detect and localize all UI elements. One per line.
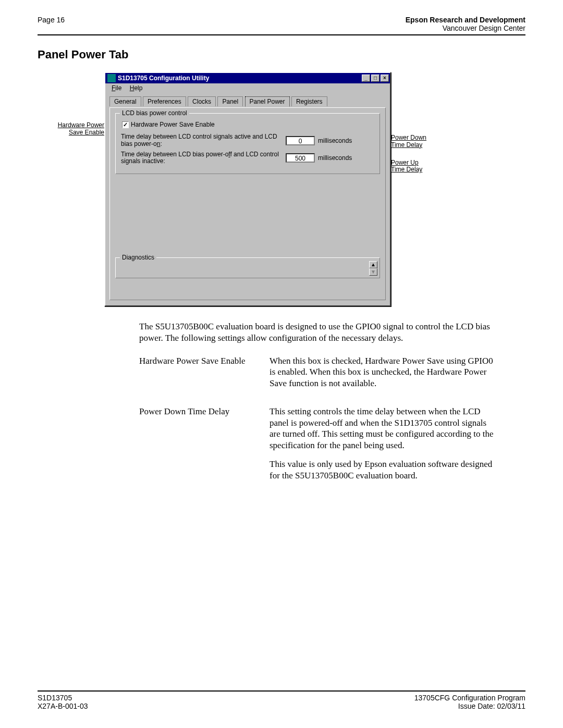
def-term: Hardware Power Save Enable <box>139 355 270 397</box>
diag-scroll-up[interactable]: ▲ <box>369 261 377 268</box>
section-title: Panel Power Tab <box>38 48 525 61</box>
callout-power-up: Power Up Time Delay <box>391 159 448 174</box>
app-icon <box>107 74 116 82</box>
diagnostics-title: Diagnostics <box>120 254 156 261</box>
tab-panel-power[interactable]: Panel Power <box>245 96 290 107</box>
hw-power-save-checkbox[interactable]: ✓ <box>122 121 129 128</box>
def-desc: This setting controls the time delay bet… <box>270 406 494 489</box>
delay-off-unit: milliseconds <box>318 154 352 162</box>
delay-off-input[interactable]: 500 <box>286 153 315 163</box>
def-row: Hardware Power Save Enable When this box… <box>139 355 494 397</box>
delay-on-unit: milliseconds <box>318 137 352 144</box>
org-sub: Vancouver Design Center <box>406 24 525 32</box>
maximize-button[interactable]: □ <box>371 75 380 82</box>
page-footer: S1D13705 X27A-B-001-03 13705CFG Configur… <box>38 690 525 710</box>
page-header: Page 16 Epson Research and Development V… <box>38 16 525 35</box>
delay-off-label: Time delay between LCD bias power-off an… <box>121 151 283 166</box>
body-copy: The S5U13705B00C evaluation board is des… <box>139 321 494 488</box>
def-row: Power Down Time Delay This setting contr… <box>139 406 494 489</box>
callout-hw-power-save: Hardware Power Save Enable <box>47 72 104 137</box>
menu-file[interactable]: File <box>108 84 125 92</box>
footer-program: 13705CFG Configuration Program <box>414 694 525 702</box>
delay-on-label: Time delay between LCD control signals a… <box>121 133 283 148</box>
minimize-button[interactable]: _ <box>362 75 370 82</box>
callout-power-down: Power Down Time Delay <box>391 134 448 149</box>
menu-help[interactable]: Help <box>127 84 146 92</box>
diag-scroll-down[interactable]: ▼ <box>369 268 377 276</box>
lcd-bias-group: LCD bias power control ✓ Hardware Power … <box>115 113 380 174</box>
menubar: File Help <box>105 83 390 93</box>
diagnostics-group: Diagnostics ▲ ▼ <box>115 257 380 278</box>
figure-area: Hardware Power Save Enable S1D13705 Conf… <box>38 72 525 306</box>
org-name: Epson Research and Development <box>406 16 525 24</box>
tab-content: LCD bias power control ✓ Hardware Power … <box>109 107 386 300</box>
page-number: Page 16 <box>38 16 65 32</box>
delay-on-input[interactable]: 0 <box>286 136 315 145</box>
callouts-right: Power Down Time Delay Power Up Time Dela… <box>391 72 448 184</box>
footer-docnum: X27A-B-001-03 <box>38 702 88 710</box>
close-button[interactable]: × <box>381 75 389 82</box>
window-title: S1D13705 Configuration Utility <box>118 75 209 82</box>
hw-power-save-label: Hardware Power Save Enable <box>131 121 215 128</box>
group-title: LCD bias power control <box>120 109 189 117</box>
config-window: S1D13705 Configuration Utility _ □ × Fil… <box>104 72 391 306</box>
titlebar[interactable]: S1D13705 Configuration Utility _ □ × <box>105 73 390 83</box>
footer-date: Issue Date: 02/03/11 <box>414 702 525 710</box>
intro-paragraph: The S5U13705B00C evaluation board is des… <box>139 321 494 344</box>
tab-panel[interactable]: Panel <box>217 96 243 106</box>
tab-clocks[interactable]: Clocks <box>188 96 216 106</box>
def-term: Power Down Time Delay <box>139 406 270 489</box>
tabs: General Preferences Clocks Panel Panel P… <box>109 96 386 107</box>
tab-general[interactable]: General <box>109 96 141 106</box>
footer-product: S1D13705 <box>38 694 88 702</box>
def-desc: When this box is checked, Hardware Power… <box>270 355 494 397</box>
tab-preferences[interactable]: Preferences <box>143 96 186 106</box>
tab-registers[interactable]: Registers <box>291 96 327 106</box>
